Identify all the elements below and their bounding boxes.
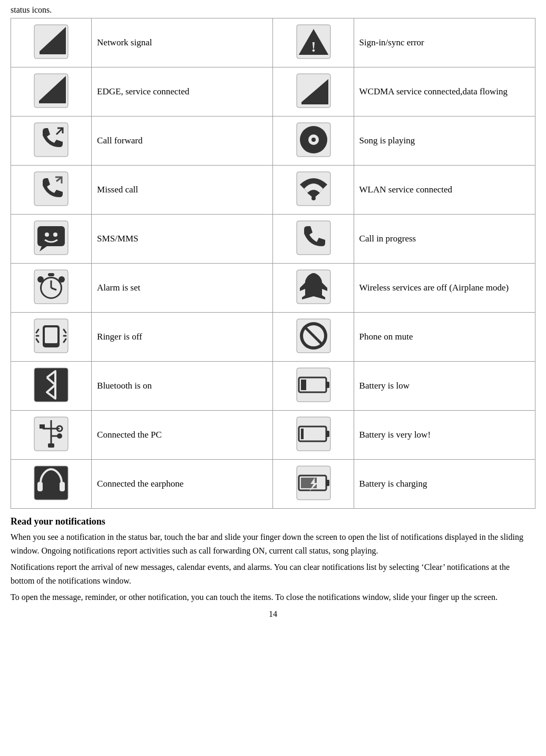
song-playing-label: Song is playing — [354, 117, 535, 166]
network-signal-label: Network signal — [92, 18, 273, 67]
svg-point-34 — [58, 276, 65, 283]
svg-rect-53 — [326, 382, 329, 388]
call-forward-label: Call forward — [92, 117, 273, 166]
call-forward-icon — [32, 121, 70, 159]
read-notifications-para-1: When you see a notification in the statu… — [11, 530, 535, 557]
svg-text:E: E — [38, 79, 44, 88]
svg-rect-69 — [60, 482, 65, 491]
wlan-icon — [295, 170, 333, 208]
edge-icon-cell: E — [11, 67, 92, 117]
battery-charging-icon — [295, 464, 333, 502]
sms-mms-label: SMS/MMS — [92, 215, 273, 264]
svg-rect-54 — [301, 380, 306, 390]
table-row: Call forward Song is playing — [11, 117, 535, 166]
svg-text:3G: 3G — [302, 80, 311, 88]
alarm-label: Alarm is set — [92, 264, 273, 313]
svg-rect-66 — [301, 429, 304, 439]
svg-rect-23 — [37, 226, 65, 246]
network-signal-icon — [32, 23, 70, 61]
table-row: E EDGE, service connected 3G WCDMA servi… — [11, 67, 535, 117]
table-row: Bluetooth is on Battery is low — [11, 362, 535, 411]
wcdma-icon-cell: 3G — [273, 67, 354, 117]
battery-very-low-icon — [295, 415, 333, 453]
svg-rect-19 — [34, 172, 68, 206]
svg-rect-2 — [36, 27, 40, 54]
alarm-icon-cell — [11, 264, 92, 313]
call-in-progress-icon — [295, 219, 333, 257]
svg-point-33 — [37, 276, 44, 283]
svg-rect-27 — [297, 221, 330, 255]
ringer-off-icon — [32, 317, 70, 355]
pc-connected-icon — [32, 415, 70, 453]
pc-connected-icon-cell — [11, 411, 92, 460]
wcdma-label: WCDMA service connected,data flowing — [354, 67, 535, 117]
bluetooth-label: Bluetooth is on — [92, 362, 273, 411]
battery-charging-icon-cell — [273, 460, 354, 509]
battery-very-low-label: Battery is very low! — [354, 411, 535, 460]
read-notifications-para-3: To open the message, reminder, or other … — [11, 590, 535, 604]
svg-point-21 — [311, 196, 316, 200]
svg-rect-62 — [48, 443, 54, 448]
status-icons-table: Network signal ! Sign-in/sync error E ED… — [11, 18, 535, 509]
svg-rect-65 — [326, 431, 329, 437]
call-forward-icon-cell — [11, 117, 92, 166]
intro-text: status icons. — [11, 5, 535, 15]
song-playing-icon-cell — [273, 117, 354, 166]
missed-call-icon-cell — [11, 166, 92, 215]
read-notifications-heading: Read your notifications — [11, 516, 535, 527]
missed-call-label: Missed call — [92, 166, 273, 215]
svg-rect-13 — [299, 77, 301, 104]
svg-rect-35 — [48, 273, 54, 276]
svg-rect-58 — [40, 424, 45, 429]
battery-low-label: Battery is low — [354, 362, 535, 411]
sms-mms-icon-cell — [11, 215, 92, 264]
edge-label: EDGE, service connected — [92, 67, 273, 117]
bluetooth-icon-cell — [11, 362, 92, 411]
page-number: 14 — [11, 609, 535, 619]
svg-rect-9 — [36, 76, 39, 103]
battery-low-icon-cell — [273, 362, 354, 411]
table-row: SMS/MMS Call in progress — [11, 215, 535, 264]
network-signal-icon-cell — [11, 18, 92, 67]
svg-rect-39 — [45, 327, 57, 343]
airplane-mode-icon-cell — [273, 264, 354, 313]
edge-icon: E — [32, 72, 70, 110]
table-row: Connected the PC Battery is very low! — [11, 411, 535, 460]
alarm-icon — [32, 268, 70, 306]
sign-in-sync-error-label: Sign-in/sync error — [354, 18, 535, 67]
pc-connected-label: Connected the PC — [92, 411, 273, 460]
call-in-progress-icon-cell — [273, 215, 354, 264]
sign-in-sync-error-icon: ! — [295, 23, 333, 61]
read-notifications-para-2: Notifications report the arrival of new … — [11, 560, 535, 587]
battery-charging-label: Battery is charging — [354, 460, 535, 509]
battery-low-icon — [295, 366, 333, 404]
song-playing-icon — [295, 121, 333, 159]
airplane-mode-label: Wireless services are off (Airplane mode… — [354, 264, 535, 313]
wlan-label: WLAN service connected — [354, 166, 535, 215]
svg-text:!: ! — [311, 38, 316, 55]
table-row: Ringer is off Phone on mute — [11, 313, 535, 362]
earphone-icon-cell — [11, 460, 92, 509]
earphone-label: Connected the earphone — [92, 460, 273, 509]
table-row: Connected the earphone Battery is chargi… — [11, 460, 535, 509]
wlan-icon-cell — [273, 166, 354, 215]
table-row: Alarm is set Wireless services are off (… — [11, 264, 535, 313]
sign-in-sync-error-icon-cell: ! — [273, 18, 354, 67]
battery-very-low-icon-cell — [273, 411, 354, 460]
sms-mms-icon — [32, 219, 70, 257]
missed-call-icon — [32, 170, 70, 208]
phone-mute-icon-cell — [273, 313, 354, 362]
earphone-icon — [32, 464, 70, 502]
table-row: Network signal ! Sign-in/sync error — [11, 18, 535, 67]
bluetooth-icon — [32, 366, 70, 404]
svg-point-25 — [45, 232, 49, 237]
svg-rect-72 — [326, 480, 329, 486]
svg-point-26 — [53, 232, 57, 237]
svg-rect-68 — [37, 482, 43, 491]
svg-point-18 — [311, 138, 316, 142]
phone-mute-icon — [295, 317, 333, 355]
phone-mute-label: Phone on mute — [354, 313, 535, 362]
airplane-mode-icon — [295, 268, 333, 306]
ringer-off-label: Ringer is off — [92, 313, 273, 362]
call-in-progress-label: Call in progress — [354, 215, 535, 264]
